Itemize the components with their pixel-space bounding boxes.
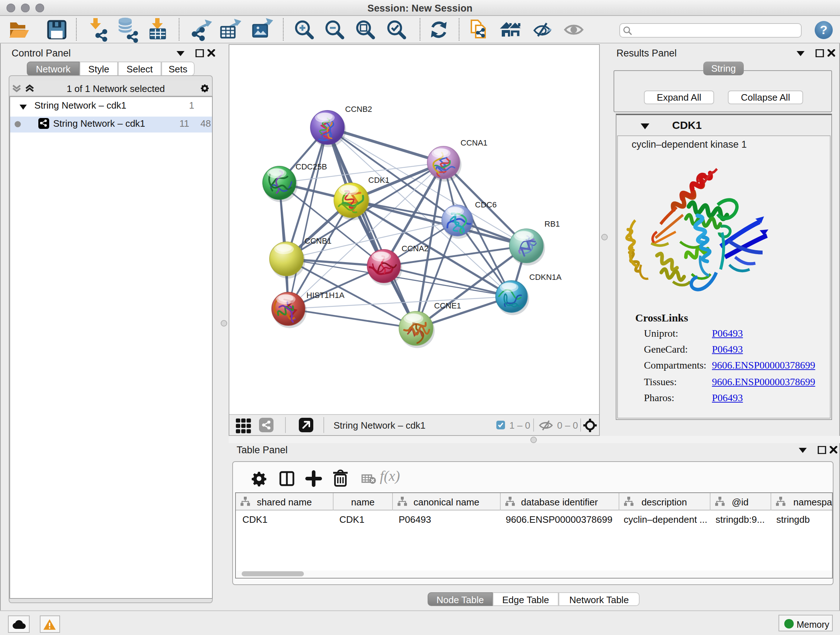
svg-text:CCNB2: CCNB2 (345, 105, 372, 114)
svg-text:CCNA1: CCNA1 (461, 138, 488, 147)
svg-text:HIST1H1A: HIST1H1A (306, 291, 344, 300)
svg-text:CDC6: CDC6 (475, 200, 497, 209)
svg-text:CDKN1A: CDKN1A (529, 272, 562, 282)
svg-text:CDC25B: CDC25B (295, 162, 327, 171)
svg-text:CCNA2: CCNA2 (401, 244, 429, 253)
svg-text:RB1: RB1 (545, 219, 560, 228)
svg-text:CCNB1: CCNB1 (305, 236, 332, 245)
svg-text:CCNE1: CCNE1 (434, 301, 461, 310)
svg-text:CDK1: CDK1 (368, 176, 390, 185)
